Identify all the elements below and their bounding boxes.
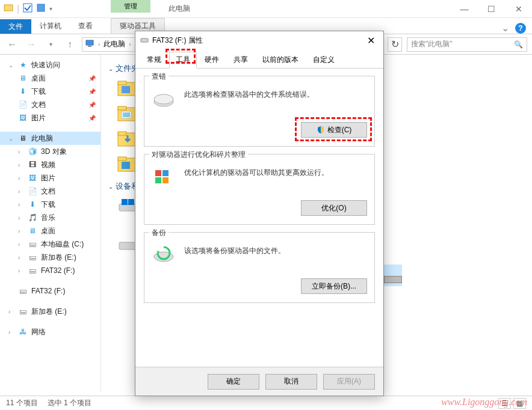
tree-volume-e[interactable]: ›🖴新加卷 (E:) xyxy=(0,251,101,264)
svg-rect-6 xyxy=(118,81,126,85)
tab-sharing[interactable]: 共享 xyxy=(227,52,255,68)
cube-icon: 🧊 xyxy=(28,147,37,156)
document-icon: 📄 xyxy=(28,186,37,196)
tree-desktop2[interactable]: ›🖥桌面 xyxy=(0,224,101,237)
tree-3d-objects[interactable]: ›🧊3D 对象 xyxy=(0,145,101,158)
properties-icon[interactable] xyxy=(36,3,46,15)
tab-previous-versions[interactable]: 以前的版本 xyxy=(256,52,305,68)
svg-rect-21 xyxy=(141,38,148,42)
tree-videos[interactable]: ›🎞视频 xyxy=(0,158,101,171)
nav-recent-dropdown[interactable]: ▾ xyxy=(43,37,58,52)
drive-icon: 🖴 xyxy=(28,239,37,249)
groupbox-legend: 查错 xyxy=(149,72,169,82)
address-location: 此电脑 xyxy=(104,39,125,49)
maximize-button[interactable]: ☐ xyxy=(478,0,505,18)
defrag-icon xyxy=(152,165,176,189)
cancel-button[interactable]: 取消 xyxy=(265,374,317,390)
tab-general[interactable]: 常规 xyxy=(140,52,168,68)
backup-now-button[interactable]: 立即备份(B)... xyxy=(301,278,367,294)
shield-icon xyxy=(317,126,325,134)
address-chevron-icon[interactable]: › xyxy=(129,41,131,47)
address-chevron-icon[interactable]: › xyxy=(98,41,100,47)
tree-documents[interactable]: 📄文档📌 xyxy=(0,98,101,111)
tree-quick-access[interactable]: ⌄★快速访问 xyxy=(0,58,101,72)
backup-icon xyxy=(152,243,176,268)
drive-icon: 🖴 xyxy=(28,266,37,275)
drive-icon: 🖴 xyxy=(28,252,37,262)
picture-icon: 🖼 xyxy=(28,173,37,183)
tab-computer[interactable]: 计算机 xyxy=(31,19,70,34)
download-icon: ⬇ xyxy=(18,87,28,96)
optimize-button[interactable]: 优化(O) xyxy=(301,200,367,216)
svg-rect-24 xyxy=(155,170,161,176)
svg-rect-7 xyxy=(122,86,130,93)
svg-rect-3 xyxy=(86,40,93,45)
tree-music[interactable]: ›🎵音乐 xyxy=(0,211,101,224)
nav-forward-button[interactable]: → xyxy=(24,37,39,52)
contextual-tab-header: 管理 xyxy=(111,0,150,13)
svg-rect-0 xyxy=(4,5,13,11)
svg-rect-16 xyxy=(122,162,130,169)
quick-access-toolbar: | ▾ xyxy=(0,3,56,15)
document-icon: 📄 xyxy=(18,100,28,109)
refresh-button[interactable]: ↻ xyxy=(388,37,402,52)
search-input[interactable]: 搜索"此电脑" 🔍 xyxy=(407,37,527,52)
tree-volume-e2[interactable]: ›🖴新加卷 (E:) xyxy=(0,305,101,318)
qat-dropdown-icon[interactable]: ▾ xyxy=(49,5,52,12)
ribbon-expand-icon[interactable]: ⌄ xyxy=(501,22,509,34)
tree-network[interactable]: ›🖧网络 xyxy=(0,325,101,338)
search-icon: 🔍 xyxy=(514,40,523,49)
tree-pictures2[interactable]: ›🖼图片 xyxy=(0,171,101,185)
check-button[interactable]: 检查(C) xyxy=(301,122,367,138)
drive-check-icon xyxy=(152,87,176,111)
groupbox-legend: 备份 xyxy=(149,228,169,238)
svg-rect-27 xyxy=(162,177,169,183)
svg-rect-2 xyxy=(37,4,45,11)
status-item-count: 11 个项目 xyxy=(6,398,38,408)
dialog-close-button[interactable]: ✕ xyxy=(363,35,379,46)
watermark: www.Ligonggong.com xyxy=(441,397,527,408)
tree-local-disk-c[interactable]: ›🖴本地磁盘 (C:) xyxy=(0,237,101,251)
qat-separator: | xyxy=(17,4,19,14)
nav-back-button[interactable]: ← xyxy=(5,37,19,52)
tree-desktop[interactable]: 🖥桌面📌 xyxy=(0,72,101,85)
tree-fat32-f2[interactable]: 🖴FAT32 (F:) xyxy=(0,284,101,298)
tab-hardware[interactable]: 硬件 xyxy=(198,52,226,68)
svg-rect-13 xyxy=(118,132,126,135)
tree-documents2[interactable]: ›📄文档 xyxy=(0,185,101,198)
tree-fat32-f[interactable]: ›🖴FAT32 (F:) xyxy=(0,264,101,277)
dialog-footer: 确定 取消 应用(A) xyxy=(135,367,383,396)
svg-rect-11 xyxy=(123,112,130,117)
tab-customize[interactable]: 自定义 xyxy=(306,52,341,68)
window-titlebar: | ▾ 管理 此电脑 — ☐ ✕ xyxy=(0,0,532,18)
nav-up-button[interactable]: ↑ xyxy=(63,37,77,52)
video-icon: 🎞 xyxy=(28,160,37,170)
minimize-button[interactable]: — xyxy=(451,0,478,18)
svg-rect-4 xyxy=(88,46,91,47)
tree-pictures[interactable]: 🖼图片📌 xyxy=(0,111,101,124)
svg-point-23 xyxy=(154,94,173,104)
close-button[interactable]: ✕ xyxy=(505,0,532,18)
desktop-icon: 🖥 xyxy=(28,226,37,236)
tree-downloads2[interactable]: ›⬇下载 xyxy=(0,198,101,211)
pc-icon: 🖥 xyxy=(18,133,28,143)
navigation-tree: ⌄★快速访问 🖥桌面📌 ⬇下载📌 📄文档📌 🖼图片📌 ⌄🖥此电脑 ›🧊3D 对象… xyxy=(0,55,101,391)
apply-button[interactable]: 应用(A) xyxy=(323,374,375,390)
dialog-title-text: FAT32 (F:) 属性 xyxy=(152,35,203,46)
help-icon[interactable]: ? xyxy=(515,23,526,34)
groupbox-legend: 对驱动器进行优化和碎片整理 xyxy=(149,150,248,160)
checkbox-icon[interactable] xyxy=(23,3,32,15)
tab-view[interactable]: 查看 xyxy=(70,19,101,34)
drive-icon: 🖴 xyxy=(18,286,28,296)
tree-this-pc[interactable]: ⌄🖥此电脑 xyxy=(0,132,101,145)
tab-tools[interactable]: 工具 xyxy=(169,52,197,69)
tab-file[interactable]: 文件 xyxy=(0,19,31,34)
picture-icon: 🖼 xyxy=(18,113,28,123)
optimize-desc: 优化计算机的驱动器可以帮助其更高效运行。 xyxy=(184,165,367,178)
tree-downloads[interactable]: ⬇下载📌 xyxy=(0,85,101,98)
status-selection: 选中 1 个项目 xyxy=(48,398,91,408)
svg-rect-20 xyxy=(119,242,136,249)
ok-button[interactable]: 确定 xyxy=(208,374,259,390)
groupbox-error-check: 查错 此选项将检查驱动器中的文件系统错误。 检查(C) xyxy=(144,76,375,147)
svg-rect-15 xyxy=(118,157,126,161)
